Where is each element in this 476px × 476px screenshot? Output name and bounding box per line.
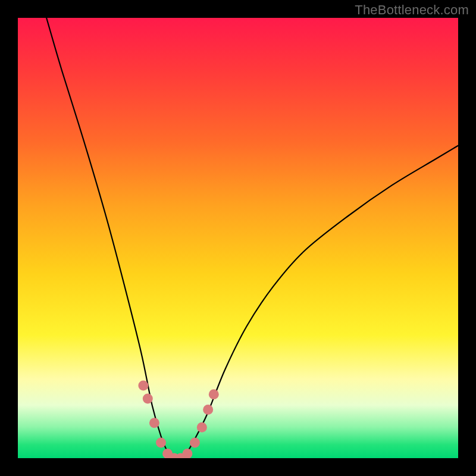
highlight-dot bbox=[197, 422, 207, 433]
highlight-dot bbox=[190, 438, 200, 448]
highlight-dot bbox=[143, 394, 153, 404]
chart-svg bbox=[18, 18, 458, 458]
highlight-dot bbox=[182, 449, 192, 458]
watermark-text: TheBottleneck.com bbox=[355, 2, 469, 18]
chart-frame: TheBottleneck.com bbox=[0, 0, 476, 476]
highlight-dot bbox=[209, 389, 219, 399]
highlight-dot bbox=[203, 405, 213, 415]
chart-plot-area bbox=[18, 18, 458, 458]
highlight-dot bbox=[149, 418, 159, 428]
highlight-dot bbox=[138, 380, 148, 390]
highlight-dots bbox=[138, 380, 218, 458]
highlight-dot bbox=[156, 438, 166, 448]
bottleneck-curve bbox=[46, 18, 458, 458]
